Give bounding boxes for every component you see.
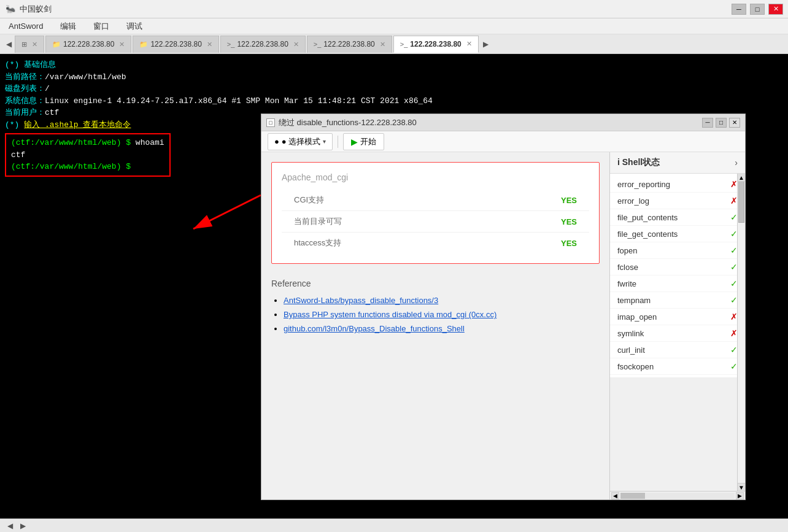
svg-line-1 <box>193 195 261 229</box>
terminal-icon-2: >_ <box>314 40 322 48</box>
modal-close-button[interactable]: ✕ <box>729 118 740 128</box>
tab-terminal-1[interactable]: >_ 122.228.238.80 ✕ <box>220 36 306 53</box>
modal-controls: ─ □ ✕ <box>702 118 740 128</box>
terminal-line-4: 系统信息：Linux engine-1 4.19.24-7.25.al7.x86… <box>5 95 783 107</box>
reference-link-3[interactable]: github.com/l3m0n/Bypass_Disable_function… <box>284 324 465 333</box>
h-scroll-track[interactable] <box>620 493 735 499</box>
modal-title-icon: □ <box>266 118 275 127</box>
modal-minimize-button[interactable]: ─ <box>702 118 713 128</box>
folder-icon-2: 📁 <box>139 40 148 48</box>
menu-edit[interactable]: 编辑 <box>56 20 80 33</box>
tab-close-1[interactable]: ✕ <box>119 40 125 48</box>
bypass-modal: □ 绕过 disable_functions-122.228.238.80 ─ … <box>261 114 746 500</box>
cgi-value: YES <box>561 196 577 205</box>
status-nav: ◀ ▶ <box>5 522 28 530</box>
info-row-writable: 当前目录可写 YES <box>282 211 589 233</box>
tab-close-2[interactable]: ✕ <box>207 40 212 48</box>
terminal-red-box: (ctf:/var/www/html/web) $ whoami ctf (ct… <box>5 133 171 177</box>
shell-item-name: curl_init <box>617 345 728 355</box>
status-bar: ◀ ▶ <box>0 519 788 532</box>
shell-item-name: fclose <box>617 263 728 272</box>
terminal-text: (*) 基础信息 <box>5 60 56 69</box>
reference-item-3: github.com/l3m0n/Bypass_Disable_function… <box>284 324 600 333</box>
v-scrollbar-up[interactable]: ▲ <box>738 174 745 182</box>
terminal-cmd-3: (ctf:/var/www/html/web) $ <box>11 161 164 173</box>
reference-link-2[interactable]: Bypass PHP system functions disabled via… <box>284 310 496 319</box>
terminal-cmd-2: ctf <box>11 149 164 161</box>
v-scrollbar-down[interactable]: ▼ <box>738 483 745 491</box>
menu-window[interactable]: 窗口 <box>90 20 113 33</box>
tab-terminal-3[interactable]: >_ 122.228.238.80 ✕ <box>393 36 479 53</box>
app-title: 中国蚁剑 <box>20 4 52 15</box>
h-scroll-left[interactable]: ◀ <box>611 492 619 499</box>
close-button[interactable]: ✕ <box>768 4 783 15</box>
shell-item-name: fwrite <box>617 279 728 288</box>
terminal-line-2: 当前路径：/var/www/html/web <box>5 71 783 83</box>
tab-files-2[interactable]: 📁 122.228.238.80 ✕ <box>133 36 218 53</box>
tab-prev-button[interactable]: ◀ <box>2 36 15 53</box>
tab-terminal-2[interactable]: >_ 122.228.238.80 ✕ <box>307 36 392 53</box>
h-scroll-right[interactable]: ▶ <box>736 492 744 499</box>
tab-label-3: 122.228.238.80 <box>237 40 288 48</box>
shell-item-name: file_put_contents <box>617 213 728 222</box>
tab-label-1: 122.228.238.80 <box>63 40 114 48</box>
reference-link-1[interactable]: AntSword-Labs/bypass_disable_functions/3 <box>284 296 438 305</box>
modal-left-panel: Apache_mod_cgi CGI支持 YES 当前目录可写 YES htac… <box>261 152 610 499</box>
tab-close-5[interactable]: ✕ <box>466 40 472 48</box>
tab-grid[interactable]: ⊞ ✕ <box>15 36 44 53</box>
shell-list-container: error_reporting ✗ error_log ✗ file_put_c… <box>610 174 745 491</box>
shell-item-error-reporting: error_reporting ✗ <box>610 176 745 193</box>
menu-debug[interactable]: 调试 <box>123 20 146 33</box>
shell-item-imap-open: imap_open ✗ <box>610 309 745 325</box>
terminal-icon-1: >_ <box>227 40 235 48</box>
shell-item-name: tempnam <box>617 296 728 305</box>
menu-antsword[interactable]: AntSword <box>5 20 47 32</box>
tab-close-icon[interactable]: ✕ <box>32 40 37 48</box>
shell-list: error_reporting ✗ error_log ✗ file_put_c… <box>610 174 745 377</box>
minimize-button[interactable]: ─ <box>732 4 746 15</box>
tab-close-4[interactable]: ✕ <box>380 40 385 48</box>
htaccess-label: htaccess支持 <box>294 237 341 249</box>
select-mode-label: ● 选择模式 <box>282 136 320 147</box>
shell-item-file-get: file_get_contents ✓ <box>610 226 745 242</box>
shell-item-name: error_reporting <box>617 180 728 189</box>
tab-files-1[interactable]: 📁 122.228.238.80 ✕ <box>45 36 131 53</box>
shell-item-name: fsockopen <box>617 362 728 371</box>
shell-item-name: fopen <box>617 246 728 255</box>
shell-status-header: i Shell状态 › <box>610 152 745 174</box>
terminal-icon-3: >_ <box>400 40 408 48</box>
writable-label: 当前目录可写 <box>294 216 342 227</box>
reference-item-2: Bypass PHP system functions disabled via… <box>284 310 600 319</box>
maximize-button[interactable]: □ <box>750 4 765 15</box>
dropdown-arrow-icon: ▾ <box>323 138 326 145</box>
modal-maximize-button[interactable]: □ <box>716 118 727 128</box>
shell-item-symlink: symlink ✗ <box>610 325 745 342</box>
tab-next-button[interactable]: ▶ <box>480 36 492 53</box>
tab-label-4: 122.228.238.80 <box>323 40 374 48</box>
h-scroll-thumb[interactable] <box>620 493 645 499</box>
select-mode-button[interactable]: ● ● 选择模式 ▾ <box>268 133 333 150</box>
terminal-line-3: 磁盘列表：/ <box>5 83 783 95</box>
terminal-cmd-1: (ctf:/var/www/html/web) $ whoami <box>11 137 164 149</box>
window-controls: ─ □ ✕ <box>732 4 783 15</box>
select-mode-icon: ● <box>274 137 279 146</box>
status-prev-button[interactable]: ◀ <box>5 522 15 530</box>
start-button[interactable]: ▶ 开始 <box>343 133 384 150</box>
shell-status-title: i Shell状态 <box>617 157 660 168</box>
v-scrollbar-track[interactable]: ▼ ▲ <box>737 174 745 491</box>
terminal-line-1: (*) 基础信息 <box>5 59 783 71</box>
red-arrow <box>181 189 267 238</box>
cgi-label: CGI支持 <box>294 195 324 206</box>
h-scrollbar[interactable]: ◀ ▶ <box>610 491 745 499</box>
shell-item-curl-init: curl_init ✓ <box>610 342 745 358</box>
reference-item-1: AntSword-Labs/bypass_disable_functions/3 <box>284 296 600 305</box>
status-next-button[interactable]: ▶ <box>18 522 28 530</box>
tab-label-2: 122.228.238.80 <box>150 40 201 48</box>
modal-body: Apache_mod_cgi CGI支持 YES 当前目录可写 YES htac… <box>261 152 745 499</box>
tab-close-3[interactable]: ✕ <box>293 40 299 48</box>
info-box-title: Apache_mod_cgi <box>282 172 589 182</box>
expand-arrow-icon[interactable]: › <box>735 158 738 168</box>
shell-item-name: file_get_contents <box>617 229 728 239</box>
tab-label-5: 122.228.238.80 <box>410 40 461 48</box>
reference-title: Reference <box>271 279 600 288</box>
